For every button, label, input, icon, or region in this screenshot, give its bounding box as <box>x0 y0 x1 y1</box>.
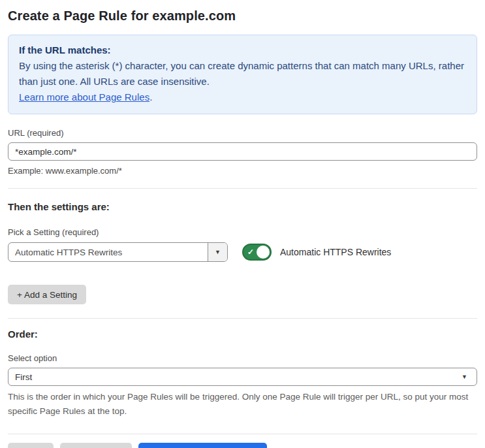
pick-setting-label: Pick a Setting (required) <box>8 227 477 237</box>
url-matches-info-box: If the URL matches: By using the asteris… <box>8 35 477 114</box>
save-and-deploy-button[interactable]: Save and Deploy Page Rule <box>138 443 268 448</box>
learn-more-link[interactable]: Learn more about Page Rules <box>19 91 149 103</box>
link-suffix: . <box>149 91 152 103</box>
order-select-value: First <box>15 372 32 382</box>
caret-down-icon: ▼ <box>215 249 221 255</box>
url-field-label: URL (required) <box>8 128 477 138</box>
add-setting-button[interactable]: + Add a Setting <box>8 285 86 304</box>
order-select-label: Select option <box>8 353 477 363</box>
create-page-rule-form: Create a Page Rule for example.com If th… <box>0 0 485 448</box>
info-box-heading: If the URL matches: <box>19 42 466 58</box>
settings-section-heading: Then the settings are: <box>8 201 477 212</box>
page-title: Create a Page Rule for example.com <box>8 8 477 24</box>
info-box-body: By using the asterisk (*) character, you… <box>19 58 466 89</box>
divider <box>8 434 477 434</box>
info-box-link-line: Learn more about Page Rules. <box>19 89 466 105</box>
setting-select[interactable]: Automatic HTTPS Rewrites ▼ <box>8 242 228 262</box>
url-field-helper: Example: www.example.com/* <box>8 166 477 176</box>
setting-select-value: Automatic HTTPS Rewrites <box>8 243 208 261</box>
save-as-draft-button[interactable]: Save as Draft <box>60 443 132 448</box>
setting-toggle-label: Automatic HTTPS Rewrites <box>280 247 391 257</box>
divider <box>8 188 477 189</box>
check-icon: ✓ <box>247 248 254 257</box>
setting-toggle[interactable]: ✓ <box>242 244 272 261</box>
url-input[interactable] <box>8 142 477 161</box>
order-section-heading: Order: <box>8 328 477 340</box>
setting-row: Automatic HTTPS Rewrites ▼ ✓ Automatic H… <box>8 242 477 262</box>
toggle-knob <box>257 246 270 259</box>
cancel-button[interactable]: Cancel <box>8 443 54 448</box>
caret-down-icon: ▼ <box>462 374 467 380</box>
footer-button-row: Cancel Save as Draft Save and Deploy Pag… <box>8 443 477 448</box>
setting-select-dropdown-button[interactable]: ▼ <box>208 243 227 261</box>
divider <box>8 318 477 319</box>
order-select[interactable]: First ▼ <box>8 368 477 386</box>
order-helper-text: This is the order in which your Page Rul… <box>8 390 477 419</box>
